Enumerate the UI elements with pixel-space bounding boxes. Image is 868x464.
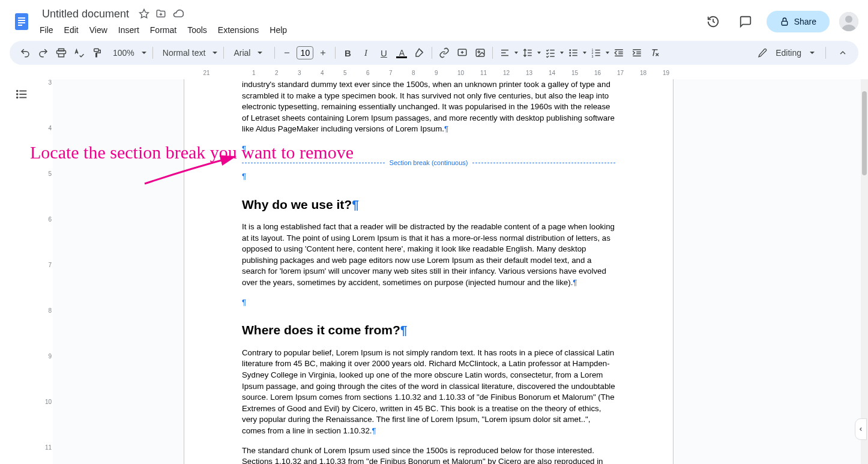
page[interactable]: industry's standard dummy text ever sinc… bbox=[184, 79, 674, 464]
pilcrow-icon: ¶ bbox=[372, 426, 376, 435]
line-spacing-dropdown[interactable] bbox=[519, 44, 541, 61]
undo-button[interactable] bbox=[17, 44, 34, 61]
spellcheck-button[interactable] bbox=[71, 44, 88, 61]
pilcrow-icon: ¶ bbox=[444, 124, 448, 133]
collapse-toolbar-button[interactable] bbox=[834, 44, 851, 61]
increase-font-button[interactable] bbox=[315, 44, 331, 61]
highlight-button[interactable] bbox=[411, 44, 428, 61]
paragraph[interactable]: It is a long established fact that a rea… bbox=[242, 222, 615, 287]
pilcrow-icon: ¶ bbox=[242, 144, 246, 153]
side-panel-toggle[interactable] bbox=[855, 418, 867, 440]
svg-point-19 bbox=[478, 51, 480, 53]
pilcrow-icon: ¶ bbox=[352, 197, 359, 211]
horizontal-ruler[interactable]: 2 1 1 2 3 4 5 6 7 8 9 10 11 12 13 14 15 … bbox=[184, 70, 686, 79]
history-icon[interactable] bbox=[702, 10, 725, 33]
ruler-area: 2 1 1 2 3 4 5 6 7 8 9 10 11 12 13 14 15 … bbox=[43, 70, 868, 464]
paint-format-button[interactable] bbox=[89, 44, 106, 61]
decrease-font-button[interactable] bbox=[279, 44, 295, 61]
increase-indent-button[interactable] bbox=[628, 44, 645, 61]
share-label: Share bbox=[794, 17, 816, 26]
bold-button[interactable]: B bbox=[339, 44, 356, 61]
pilcrow-icon: ¶ bbox=[573, 278, 577, 287]
share-button[interactable]: Share bbox=[767, 11, 830, 32]
paragraph[interactable]: industry's standard dummy text ever sinc… bbox=[242, 80, 615, 133]
print-button[interactable] bbox=[53, 44, 70, 61]
left-gutter bbox=[0, 70, 43, 464]
text-color-button[interactable]: A bbox=[393, 44, 410, 61]
document-canvas: industry's standard dummy text ever sinc… bbox=[53, 79, 868, 464]
document-title[interactable]: Untitled document bbox=[38, 7, 133, 22]
svg-rect-4 bbox=[18, 25, 22, 26]
heading[interactable]: Why do we use it? bbox=[242, 197, 352, 211]
avatar[interactable] bbox=[839, 12, 858, 31]
header: Untitled document File Edit View Insert … bbox=[0, 0, 868, 38]
add-comment-button[interactable] bbox=[454, 44, 471, 61]
svg-point-31 bbox=[570, 55, 571, 56]
align-dropdown[interactable] bbox=[496, 44, 518, 61]
checklist-dropdown[interactable] bbox=[542, 44, 564, 61]
menu-file[interactable]: File bbox=[35, 23, 58, 37]
svg-rect-3 bbox=[18, 22, 25, 23]
section-break[interactable]: Section break (continuous) bbox=[242, 158, 615, 167]
svg-rect-11 bbox=[94, 49, 99, 52]
menubar: File Edit View Insert Format Tools Exten… bbox=[35, 23, 702, 37]
clear-formatting-button[interactable] bbox=[646, 44, 663, 61]
bullet-list-dropdown[interactable] bbox=[565, 44, 586, 61]
menu-extensions[interactable]: Extensions bbox=[213, 23, 264, 37]
svg-rect-2 bbox=[18, 20, 25, 21]
comments-icon[interactable] bbox=[734, 10, 757, 33]
svg-text:3: 3 bbox=[592, 55, 594, 58]
font-dropdown[interactable]: Arial bbox=[228, 48, 271, 58]
font-size-input[interactable] bbox=[297, 46, 313, 59]
svg-rect-1 bbox=[18, 17, 25, 19]
toolbar: 100% Normal text Arial B I U A 123 Editi… bbox=[10, 41, 858, 65]
svg-point-8 bbox=[845, 16, 852, 23]
svg-marker-5 bbox=[140, 10, 149, 18]
svg-rect-10 bbox=[59, 54, 64, 57]
workspace: 2 1 1 2 3 4 5 6 7 8 9 10 11 12 13 14 15 … bbox=[0, 70, 868, 464]
menu-insert[interactable]: Insert bbox=[113, 23, 144, 37]
underline-button[interactable]: U bbox=[375, 44, 392, 61]
svg-point-53 bbox=[17, 94, 18, 95]
pilcrow-icon: ¶ bbox=[242, 298, 246, 307]
svg-rect-6 bbox=[782, 21, 787, 25]
menu-edit[interactable]: Edit bbox=[59, 23, 83, 37]
pilcrow-icon: ¶ bbox=[400, 323, 408, 337]
editing-mode-dropdown[interactable]: Editing bbox=[750, 46, 822, 60]
insert-link-button[interactable] bbox=[436, 44, 453, 61]
move-icon[interactable] bbox=[155, 8, 166, 19]
menu-help[interactable]: Help bbox=[265, 23, 292, 37]
heading[interactable]: Where does it come from? bbox=[242, 323, 400, 337]
insert-image-button[interactable] bbox=[472, 44, 489, 61]
italic-button[interactable]: I bbox=[357, 44, 374, 61]
decrease-indent-button[interactable] bbox=[610, 44, 627, 61]
vertical-scrollbar[interactable] bbox=[861, 79, 868, 464]
doc-info: Untitled document File Edit View Insert … bbox=[38, 7, 702, 37]
zoom-dropdown[interactable]: 100% bbox=[107, 48, 149, 58]
menu-format[interactable]: Format bbox=[145, 23, 181, 37]
vertical-ruler[interactable]: 3 4 5 6 7 8 9 10 11 bbox=[43, 79, 53, 464]
paragraph[interactable]: The standard chunk of Lorem Ipsum used s… bbox=[242, 446, 603, 464]
cloud-status-icon[interactable] bbox=[172, 8, 184, 20]
docs-logo-icon[interactable] bbox=[10, 10, 34, 34]
star-icon[interactable] bbox=[139, 8, 149, 19]
header-right: Share bbox=[702, 10, 858, 33]
scrollbar-thumb[interactable] bbox=[862, 91, 867, 175]
numbered-list-dropdown[interactable]: 123 bbox=[588, 44, 609, 61]
svg-rect-0 bbox=[15, 13, 28, 30]
svg-point-29 bbox=[570, 50, 571, 51]
pilcrow-icon: ¶ bbox=[242, 172, 246, 181]
svg-point-52 bbox=[17, 91, 18, 92]
menu-tools[interactable]: Tools bbox=[182, 23, 212, 37]
svg-point-30 bbox=[570, 52, 571, 53]
paragraph-style-dropdown[interactable]: Normal text bbox=[157, 48, 220, 58]
menu-view[interactable]: View bbox=[85, 23, 112, 37]
redo-button[interactable] bbox=[35, 44, 52, 61]
svg-point-54 bbox=[17, 97, 18, 98]
outline-toggle-icon[interactable] bbox=[11, 84, 32, 107]
paragraph[interactable]: Contrary to popular belief, Lorem Ipsum … bbox=[242, 348, 615, 435]
